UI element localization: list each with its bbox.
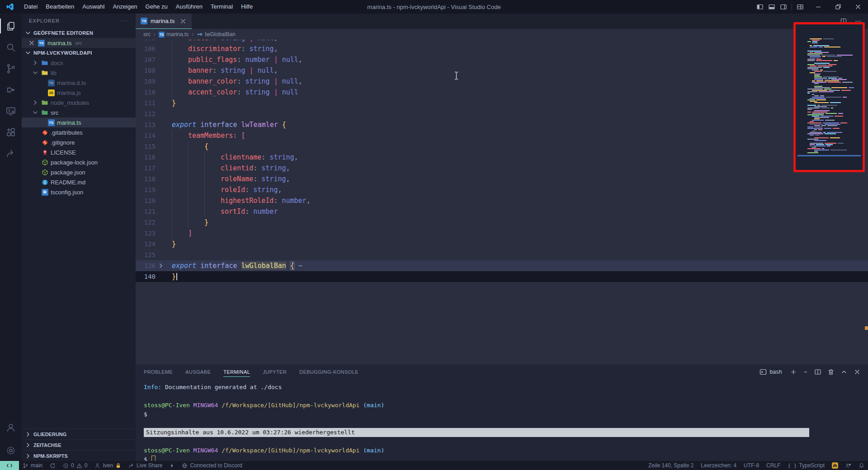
customize-layout-icon[interactable] (797, 3, 804, 10)
panel-tab-jupyter[interactable]: JUPYTER (263, 364, 287, 380)
breadcrumb-file[interactable]: TS marina.ts (159, 31, 189, 38)
tree-item-src[interactable]: src (22, 108, 136, 118)
explorer-icon[interactable] (0, 15, 22, 37)
tree-item-label: src (51, 109, 58, 116)
open-editors-section[interactable]: GEÖFFNETE EDITOREN (22, 28, 136, 38)
status-sync[interactable] (46, 461, 59, 470)
tree-item-.gitattributes[interactable]: .gitattributes (22, 127, 136, 137)
menu-hilfe[interactable]: Hilfe (237, 0, 257, 14)
menu-auswahl[interactable]: Auswahl (78, 0, 108, 14)
toggle-secondary-sidebar-icon[interactable] (780, 3, 787, 10)
tree-item-marina.d.ts[interactable]: TSmarina.d.ts (22, 78, 136, 88)
menu-gehe-zu[interactable]: Gehe zu (142, 0, 172, 14)
minimize-button[interactable] (808, 0, 828, 14)
menu-datei[interactable]: Datei (20, 0, 42, 14)
terminal-instance[interactable]: bash (760, 368, 782, 376)
code-editor[interactable]: 105avatar: string | null,106discriminato… (136, 40, 868, 364)
menu-bearbeiten[interactable]: Bearbeiten (42, 0, 78, 14)
extensions-icon[interactable] (0, 122, 22, 143)
panel-tab-probleme[interactable]: PROBLEME (144, 364, 173, 380)
status-cursor-position[interactable]: Zeile 140, Spalte 2 (645, 461, 697, 470)
status-live-share[interactable]: Live Share (125, 461, 166, 470)
account-icon[interactable] (0, 417, 22, 438)
section-gliederung[interactable]: GLIEDERUNG (22, 428, 136, 439)
indent-guide (204, 206, 221, 217)
tree-item-.gitignore[interactable]: .gitignore (22, 137, 136, 147)
session-restored-banner: Sitzungsinhalte aus 10.6.2022 um 03:27:2… (144, 428, 809, 437)
toggle-panel-icon[interactable] (768, 3, 775, 10)
panel-tab-ausgabe[interactable]: AUSGABE (185, 364, 211, 380)
tree-item-license[interactable]: LICENSE (22, 147, 136, 157)
source-control-icon[interactable] (0, 58, 22, 79)
search-icon[interactable] (0, 37, 22, 58)
remote-indicator[interactable] (0, 461, 19, 470)
new-terminal-icon[interactable] (790, 368, 797, 376)
close-editor-icon[interactable] (28, 39, 35, 47)
section-zeitachse[interactable]: ZEITACHSE (22, 439, 136, 450)
typescript-file-icon: TS (47, 119, 55, 126)
tab-close-icon[interactable] (179, 18, 187, 25)
tree-item-label: package.json (51, 169, 85, 176)
tree-item-docs[interactable]: docs (22, 58, 136, 68)
indent-guide (188, 174, 204, 184)
terminal[interactable]: Info: Documentation generated at ./docss… (136, 380, 868, 464)
kill-terminal-icon[interactable] (827, 368, 835, 376)
status-problems[interactable]: 00 (59, 461, 91, 470)
menu-ausführen[interactable]: Ausführen (172, 0, 207, 14)
tree-item-package.json[interactable]: package.json (22, 167, 136, 177)
status-eol[interactable]: CRLF (763, 461, 784, 470)
panel-tab-terminal[interactable]: TERMINAL (223, 364, 250, 380)
settings-icon[interactable] (0, 440, 22, 461)
code-line-108: 108banner: string | null, (136, 65, 868, 76)
tree-item-marina.ts[interactable]: TSmarina.ts (22, 118, 136, 127)
remote-explorer-icon[interactable] (0, 100, 22, 122)
fold-spacer (156, 40, 166, 43)
chevron-right-icon (24, 452, 32, 460)
status-encoding[interactable]: UTF-8 (740, 461, 763, 470)
status-discord-status[interactable]: Connected to Discord (178, 461, 245, 470)
maximize-panel-icon[interactable] (840, 368, 848, 376)
tree-item-package-lock.json[interactable]: package-lock.json (22, 157, 136, 167)
tree-item-marina.js[interactable]: JSmarina.js (22, 88, 136, 98)
open-editor-item[interactable]: TS marina.ts src (22, 38, 136, 48)
status-git-branch[interactable]: main (19, 461, 46, 470)
workspace-section[interactable]: NPM-LVCKYWORLDAPI (22, 48, 136, 58)
breadcrumb-src[interactable]: src (143, 31, 151, 38)
panel-tab-debugging-konsole[interactable]: DEBUGGING-KONSOLE (299, 364, 359, 380)
tab-label: marina.ts (151, 18, 175, 24)
folder-icon (41, 99, 48, 106)
code-line-113: 113export interface lwTeamler { (136, 119, 868, 130)
status-notifications[interactable] (855, 461, 868, 470)
menu-anzeigen[interactable]: Anzeigen (108, 0, 141, 14)
status-power[interactable] (166, 461, 178, 470)
close-panel-icon[interactable] (854, 368, 861, 376)
live-share-icon[interactable] (0, 143, 22, 164)
status-feedback[interactable] (842, 461, 855, 470)
close-window-button[interactable] (848, 0, 868, 14)
fold-chevron-icon[interactable] (156, 260, 166, 271)
status-language-mode[interactable]: { }TypeScript (784, 461, 828, 470)
line-number: 120 (136, 195, 156, 206)
tree-item-lib[interactable]: lib (22, 68, 136, 78)
split-terminal-icon[interactable] (814, 368, 821, 376)
editor-tab-marina[interactable]: TS marina.ts (136, 14, 192, 29)
status-indentation[interactable]: Leerzeichen: 4 (697, 461, 740, 470)
tree-item-node-modules[interactable]: node_modules (22, 98, 136, 108)
breadcrumb-symbol[interactable]: lwGlobalBan (197, 31, 235, 38)
indent-guide (204, 152, 221, 163)
bottom-panel: PROBLEMEAUSGABETERMINALJUPYTERDEBUGGING-… (136, 364, 868, 461)
status-account-status[interactable]: Iven (91, 461, 125, 470)
fold-spacer (156, 206, 166, 217)
tree-item-readme.md[interactable]: README.md (22, 177, 136, 187)
menu-terminal[interactable]: Terminal (207, 0, 237, 14)
titlebar: DateiBearbeitenAuswahlAnzeigenGehe zuAus… (0, 0, 868, 14)
tree-item-tsconfig.json[interactable]: ⚙tsconfig.json (22, 187, 136, 197)
sidebar-more-actions[interactable]: ··· (121, 18, 128, 24)
status-discord-extension[interactable] (828, 461, 842, 470)
terminal-dropdown-icon[interactable] (803, 369, 808, 375)
toggle-sidebar-icon[interactable] (756, 3, 764, 10)
run-debug-icon[interactable] (0, 79, 22, 100)
restore-button[interactable] (828, 0, 848, 14)
line-number: 114 (136, 130, 156, 141)
section-npm-skripts[interactable]: NPM-SKRIPTS (22, 450, 136, 461)
